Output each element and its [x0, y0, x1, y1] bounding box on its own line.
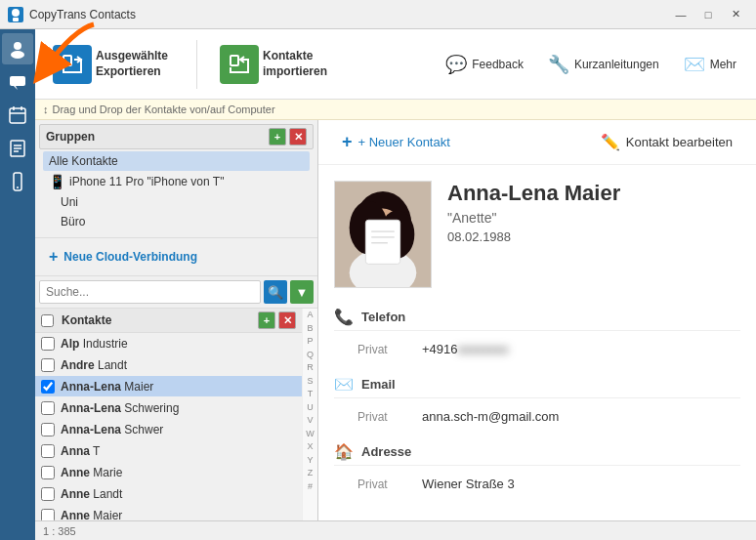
svg-point-3: [11, 51, 24, 59]
add-contact-button[interactable]: +: [258, 312, 275, 329]
alpha-v[interactable]: V: [307, 414, 313, 428]
email-value: anna.sch-m@gmail.com: [422, 409, 559, 424]
alpha-b[interactable]: B: [307, 322, 313, 336]
maximize-button[interactable]: □: [695, 5, 721, 24]
search-button[interactable]: 🔍: [264, 280, 287, 304]
alpha-hash[interactable]: #: [308, 480, 313, 494]
contact-row[interactable]: Anna-Lena Schwer: [35, 419, 302, 440]
address-field-row: Privat Wiener Straße 3: [334, 474, 740, 494]
contact-checkbox[interactable]: [41, 509, 55, 521]
sidebar-icon-notes[interactable]: [2, 133, 33, 164]
address-section-header: 🏠 Adresse: [334, 442, 740, 466]
new-cloud-button[interactable]: + Neue Cloud-Verbindung: [41, 244, 312, 270]
contact-row[interactable]: Anne Marie: [35, 462, 302, 483]
alpha-z[interactable]: Z: [308, 467, 314, 480]
alpha-a[interactable]: A: [307, 309, 313, 322]
contact-photo: [334, 181, 432, 288]
svg-point-2: [14, 42, 21, 50]
contact-name: Anna-Lena Schwer: [61, 423, 163, 436]
new-contact-label: + Neuer Kontakt: [358, 135, 450, 149]
alpha-u[interactable]: U: [307, 401, 314, 415]
edit-contact-button[interactable]: ✏️ Kontakt bearbeiten: [593, 129, 740, 155]
email-field-row: Privat anna.sch-m@gmail.com: [334, 406, 740, 427]
alpha-t[interactable]: T: [308, 388, 314, 401]
remove-group-button[interactable]: ✕: [289, 128, 307, 145]
contact-name: Anne Maier: [61, 509, 122, 521]
new-contact-icon: +: [342, 132, 353, 152]
contact-full-name: Anna-Lena Maier: [447, 181, 740, 206]
contact-row[interactable]: Anne Maier: [35, 505, 302, 520]
minimize-button[interactable]: —: [668, 5, 693, 24]
contact-info: Anna-Lena Maier "Anette" 08.02.1988: [447, 181, 740, 244]
contact-checkbox[interactable]: [41, 380, 55, 394]
export-button[interactable]: Ausgewählte Exportieren: [45, 41, 182, 88]
alpha-w[interactable]: W: [306, 428, 315, 441]
status-bar: 1 : 385: [35, 520, 756, 540]
content-area: Ausgewählte Exportieren Kontakte importi…: [35, 29, 756, 540]
phone-section: 📞 Telefon Privat +4916xxxxxxxx: [334, 308, 740, 359]
sidebar-icon-calendar[interactable]: [2, 100, 33, 131]
guides-label: Kurzanleitungen: [574, 58, 659, 71]
phone-value: +4916xxxxxxxx: [422, 342, 509, 356]
alpha-r[interactable]: R: [307, 361, 314, 375]
svg-rect-1: [13, 18, 19, 21]
search-bar: 🔍 ▼: [35, 276, 317, 309]
alpha-p[interactable]: P: [307, 335, 313, 349]
contact-checkbox[interactable]: [41, 466, 55, 479]
groups-title: Gruppen: [46, 130, 95, 144]
contact-checkbox[interactable]: [41, 444, 55, 458]
select-all-checkbox[interactable]: [41, 314, 54, 327]
alpha-q[interactable]: Q: [307, 349, 314, 362]
contact-row[interactable]: Anne Landt: [35, 483, 302, 505]
cloud-plus-icon: +: [49, 248, 58, 266]
phone-label: Privat: [357, 343, 406, 356]
toolbar-right: 💬 Feedback 🔧 Kurzanleitungen ✉️ Mehr: [436, 48, 746, 81]
contact-row[interactable]: Alp Industrie: [35, 333, 302, 354]
contact-checkbox[interactable]: [41, 337, 55, 351]
feedback-button[interactable]: 💬 Feedback: [436, 48, 533, 81]
add-group-button[interactable]: +: [269, 128, 286, 145]
more-label: Mehr: [710, 58, 736, 71]
title-bar: CopyTrans Contacts — □ ✕: [0, 0, 756, 29]
filter-button[interactable]: ▼: [290, 280, 314, 304]
group-item-all-contacts[interactable]: Alle Kontakte: [43, 151, 310, 171]
remove-contact-button[interactable]: ✕: [278, 312, 296, 329]
export-icon: [53, 45, 92, 84]
more-button[interactable]: ✉️ Mehr: [674, 48, 746, 81]
alpha-s[interactable]: S: [307, 375, 313, 389]
guides-button[interactable]: 🔧 Kurzanleitungen: [538, 48, 669, 81]
contact-row[interactable]: Anna T: [35, 440, 302, 462]
search-input[interactable]: [39, 280, 261, 304]
group-item-uni[interactable]: Uni: [43, 192, 310, 212]
app-title: CopyTrans Contacts: [29, 8, 668, 21]
new-contact-button[interactable]: + + Neuer Kontakt: [334, 128, 458, 156]
contact-checkbox[interactable]: [41, 423, 55, 436]
contact-checkbox[interactable]: [41, 487, 55, 501]
contact-name: Anne Marie: [61, 466, 122, 479]
alpha-x[interactable]: X: [307, 440, 313, 454]
sidebar-icon-contacts[interactable]: [2, 33, 33, 64]
group-item-buero[interactable]: Büro: [43, 212, 310, 231]
import-button[interactable]: Kontakte importieren: [212, 41, 349, 88]
contacts-header: Kontakte + ✕: [35, 309, 302, 333]
svg-rect-6: [10, 108, 25, 123]
sidebar-icons: [0, 29, 35, 540]
alpha-y[interactable]: Y: [307, 454, 313, 468]
sidebar-icon-phone[interactable]: [2, 166, 33, 197]
groups-actions: + ✕: [269, 128, 307, 145]
contact-header: Anna-Lena Maier "Anette" 08.02.1988: [334, 181, 740, 288]
contact-checkbox[interactable]: [41, 401, 55, 415]
detail-body: Anna-Lena Maier "Anette" 08.02.1988 📞 Te…: [318, 165, 756, 520]
contact-row[interactable]: Andre Landt: [35, 354, 302, 376]
contact-checkbox[interactable]: [41, 358, 55, 372]
contacts-list-area: Kontakte + ✕ Alp Industrie: [35, 309, 302, 520]
contact-name: Anna T: [61, 444, 100, 458]
contact-row-selected[interactable]: Anna-Lena Maier: [35, 376, 302, 397]
phone-section-title: Telefon: [361, 310, 405, 324]
close-button[interactable]: ✕: [723, 5, 748, 24]
contact-row[interactable]: Anna-Lena Schwering: [35, 397, 302, 419]
device-item: 📱 iPhone 11 Pro "iPhone von T": [43, 171, 310, 192]
sidebar-icon-messages[interactable]: [2, 66, 33, 98]
phone-field-row: Privat +4916xxxxxxxx: [334, 339, 740, 359]
left-panel: Gruppen + ✕ Alle Kontakte 📱 iPhone 11 Pr…: [35, 120, 318, 520]
